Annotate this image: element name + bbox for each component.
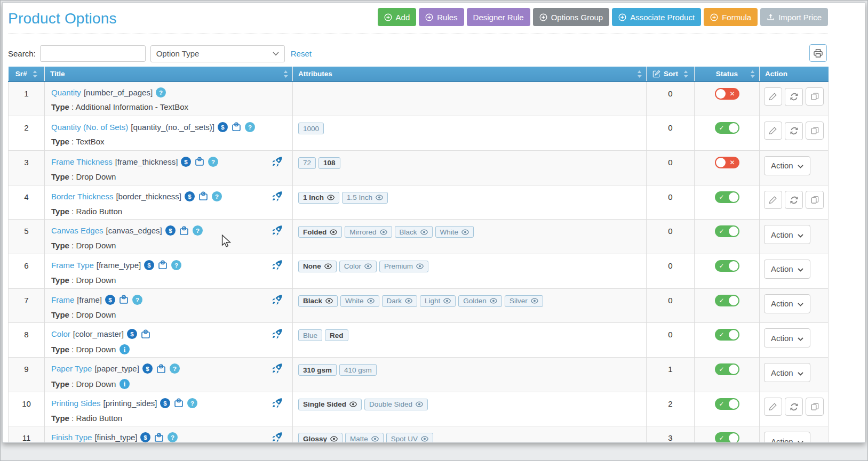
bag-icon[interactable] xyxy=(231,122,242,132)
action-dropdown[interactable]: Action xyxy=(764,363,810,382)
attribute-chip[interactable]: Matte xyxy=(345,433,384,443)
bag-icon[interactable] xyxy=(173,398,184,408)
option-title-link[interactable]: Finish Type xyxy=(51,433,92,442)
help-icon[interactable]: ? xyxy=(187,398,197,408)
toolbar-button-formula[interactable]: Formula xyxy=(704,8,758,26)
action-dropdown[interactable]: Action xyxy=(764,260,810,279)
column-header-status[interactable]: Status xyxy=(695,67,760,82)
column-header-title[interactable]: Title xyxy=(45,67,293,82)
dollar-icon[interactable]: $ xyxy=(142,363,153,374)
dollar-icon[interactable]: $ xyxy=(181,157,191,167)
option-title-link[interactable]: Color xyxy=(51,329,70,338)
attribute-chip[interactable]: Red xyxy=(325,329,348,341)
attribute-chip[interactable]: Premium xyxy=(379,261,428,272)
info-icon[interactable]: i xyxy=(120,344,130,354)
help-icon[interactable]: ? xyxy=(193,225,203,236)
attribute-chip[interactable]: Mirrored xyxy=(345,226,392,238)
attribute-chip[interactable]: Blue xyxy=(298,329,322,341)
toolbar-button-options-group[interactable]: Options Group xyxy=(533,8,610,26)
attribute-chip[interactable]: Single Sided xyxy=(298,399,362,410)
action-dropdown[interactable]: Action xyxy=(764,156,810,175)
status-toggle[interactable]: ✓ xyxy=(715,191,739,203)
attribute-chip[interactable]: Silver xyxy=(505,295,543,307)
dollar-icon[interactable]: $ xyxy=(127,329,137,339)
attribute-chip[interactable]: Golden xyxy=(458,295,502,307)
attribute-chip[interactable]: 72 xyxy=(298,157,316,169)
attribute-chip[interactable]: White xyxy=(340,295,379,307)
option-title-link[interactable]: Frame Type xyxy=(51,261,94,270)
option-title-link[interactable]: Canvas Edges xyxy=(51,226,103,235)
dollar-icon[interactable]: $ xyxy=(140,432,150,442)
reset-link[interactable]: Reset xyxy=(291,49,312,58)
toolbar-button-add[interactable]: Add xyxy=(378,8,417,26)
help-icon[interactable]: ? xyxy=(168,432,178,442)
column-header-attributes[interactable]: Attributes xyxy=(293,67,647,82)
attribute-chip[interactable]: Color xyxy=(339,261,377,272)
attribute-chip[interactable]: 1 Inch xyxy=(298,192,339,204)
option-type-select[interactable]: Option Type xyxy=(150,45,285,62)
bag-icon[interactable] xyxy=(179,225,189,236)
toolbar-button-import-price[interactable]: Import Price xyxy=(760,8,828,26)
option-title-link[interactable]: Printing Sides xyxy=(51,399,101,408)
help-icon[interactable]: ? xyxy=(245,122,255,132)
bag-icon[interactable] xyxy=(194,156,205,167)
status-toggle[interactable]: ✓ xyxy=(715,295,739,306)
option-title-link[interactable]: Paper Type xyxy=(51,364,92,373)
edit-button[interactable] xyxy=(764,191,782,209)
dollar-icon[interactable]: $ xyxy=(185,191,195,201)
column-header-sort[interactable]: Sort xyxy=(647,67,695,82)
attribute-chip[interactable]: Black xyxy=(395,226,433,238)
action-dropdown[interactable]: Action xyxy=(764,294,810,313)
status-toggle[interactable]: ✓ xyxy=(715,260,739,272)
refresh-button[interactable] xyxy=(785,398,803,416)
edit-button[interactable] xyxy=(764,122,782,140)
status-toggle[interactable]: ✓ xyxy=(715,363,739,375)
action-dropdown[interactable]: Action xyxy=(764,328,810,347)
info-icon[interactable]: i xyxy=(120,379,130,389)
attribute-chip[interactable]: Black xyxy=(298,295,338,307)
dollar-icon[interactable]: $ xyxy=(160,398,170,408)
status-toggle[interactable]: ✕ xyxy=(715,157,739,168)
bag-icon[interactable] xyxy=(154,432,164,443)
attribute-chip[interactable]: White xyxy=(435,226,474,238)
attribute-chip[interactable]: None xyxy=(298,261,337,272)
copy-button[interactable] xyxy=(806,191,824,209)
bag-icon[interactable] xyxy=(118,294,129,305)
option-title-link[interactable]: Quantity xyxy=(51,88,81,97)
help-icon[interactable]: ? xyxy=(212,191,222,201)
dollar-icon[interactable]: $ xyxy=(144,260,154,270)
copy-button[interactable] xyxy=(806,398,824,416)
print-button[interactable] xyxy=(809,44,827,62)
action-dropdown[interactable]: Action xyxy=(764,432,810,443)
copy-button[interactable] xyxy=(806,87,824,106)
attribute-chip[interactable]: Light xyxy=(420,295,456,307)
option-title-link[interactable]: Frame Thickness xyxy=(51,157,113,166)
refresh-button[interactable] xyxy=(785,88,803,106)
attribute-chip[interactable]: 1.5 Inch xyxy=(342,192,388,204)
help-icon[interactable]: ? xyxy=(132,295,142,305)
help-icon[interactable]: ? xyxy=(171,260,181,270)
edit-button[interactable] xyxy=(764,87,782,106)
bag-icon[interactable] xyxy=(198,191,209,201)
attribute-chip[interactable]: Spot UV xyxy=(386,433,433,443)
edit-button[interactable] xyxy=(764,398,782,416)
help-icon[interactable]: ? xyxy=(156,87,166,98)
status-toggle[interactable]: ✓ xyxy=(715,398,739,410)
refresh-button[interactable] xyxy=(785,191,803,209)
toolbar-button-associate-product[interactable]: Associate Product xyxy=(612,8,701,26)
toolbar-button-rules[interactable]: Rules xyxy=(419,8,464,26)
status-toggle[interactable]: ✓ xyxy=(715,432,739,443)
search-input[interactable] xyxy=(40,45,146,62)
copy-button[interactable] xyxy=(806,122,824,140)
dollar-icon[interactable]: $ xyxy=(165,225,176,236)
column-header-sr[interactable]: Sr# xyxy=(9,67,45,82)
attribute-chip[interactable]: 310 gsm xyxy=(298,364,337,376)
option-title-link[interactable]: Border Thickness xyxy=(51,192,113,201)
toolbar-button-designer-rule[interactable]: Designer Rule xyxy=(467,8,530,26)
attribute-chip[interactable]: Folded xyxy=(298,226,342,238)
bag-icon[interactable] xyxy=(156,363,166,374)
dollar-icon[interactable]: $ xyxy=(105,295,115,305)
refresh-button[interactable] xyxy=(785,122,803,140)
attribute-chip[interactable]: Glossy xyxy=(298,433,343,443)
help-icon[interactable]: ? xyxy=(170,363,180,374)
